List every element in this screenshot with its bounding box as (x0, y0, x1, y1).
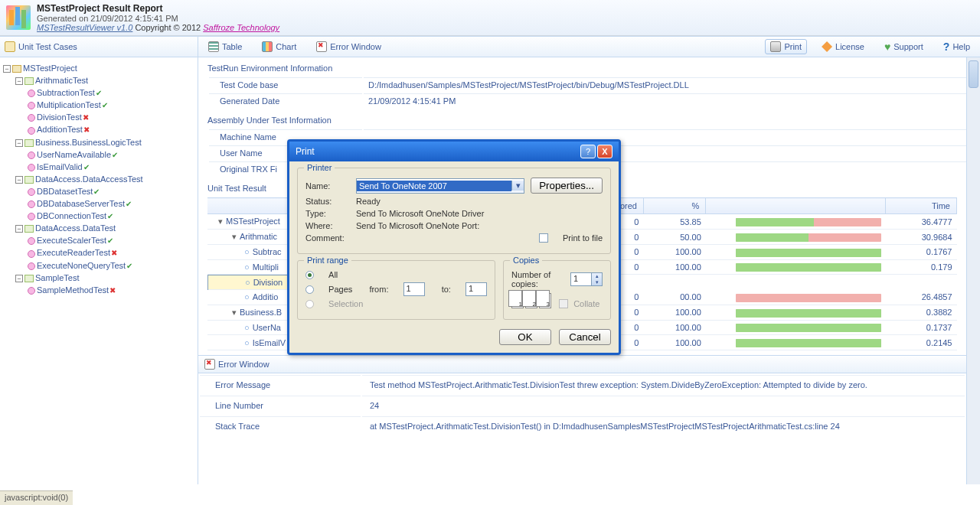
print-button[interactable]: Print (765, 39, 807, 54)
heart-icon: ♥ (884, 41, 890, 52)
app-header: MSTestProject Result Report Generated on… (0, 0, 980, 36)
printer-select[interactable]: Send To OneNote 2007 ▾ (356, 178, 524, 194)
assembly-heading: Assembly Under Test Information (207, 112, 971, 128)
err-msg: Test method MSTestProject.ArithmaticTest… (362, 375, 965, 394)
tree-method[interactable]: MultiplicationTest✔ (28, 99, 196, 111)
codebase-label: Test Code base (209, 77, 362, 92)
tree-root[interactable]: −MSTestProject (3, 62, 196, 74)
help-button[interactable]: ?Help (938, 38, 975, 55)
license-button[interactable]: License (816, 39, 870, 54)
company-link[interactable]: Saffroze Technology (203, 23, 279, 32)
vertical-scrollbar[interactable] (966, 57, 980, 484)
app-logo-icon (6, 5, 31, 30)
range-from-input[interactable]: 1 (403, 282, 425, 296)
print-icon (770, 41, 781, 52)
err-stack: at MSTestProject.ArithmaticTest.Division… (362, 416, 965, 435)
printer-where: Send To Microsoft OneNote Port: (356, 221, 479, 230)
product-link[interactable]: MSTestResultViewer v1.0 (37, 23, 132, 32)
print-range-fieldset: Print range All Pages from: 1 to: 1 Sele… (297, 260, 495, 320)
toolbar: Unit Test Cases Table Chart Error Window… (0, 36, 980, 57)
printer-selected: Send To OneNote 2007 (357, 181, 511, 191)
printer-type: Send To Microsoft OneNote Driver (356, 209, 484, 218)
range-all-radio[interactable] (305, 271, 314, 279)
dialog-title: Print (296, 146, 315, 157)
err-line-label: Line Number (200, 396, 361, 415)
tree-method[interactable]: IsEmailValid✔ (28, 161, 196, 173)
gendate-label: Generated Date (209, 93, 362, 108)
copies-fieldset: Copies Number of copies: 1▴▾ 1 2 3 Colla… (503, 260, 611, 320)
tree-class[interactable]: −ArithmaticTest (15, 74, 196, 86)
ok-button[interactable]: OK (499, 329, 551, 345)
printer-status: Ready (356, 197, 381, 206)
tree-class[interactable]: −Business.BusinessLogicTest (15, 136, 196, 148)
error-icon (316, 41, 327, 52)
tree-method[interactable]: UserNameAvailable✔ (28, 148, 196, 161)
properties-button[interactable]: Properties... (531, 178, 603, 194)
err-stack-label: Stack Trace (200, 416, 361, 435)
support-button[interactable]: ♥Support (879, 39, 929, 54)
error-icon (204, 359, 215, 370)
dialog-titlebar[interactable]: Print ? X (289, 142, 619, 161)
chart-icon (262, 41, 273, 52)
tree-method[interactable]: DBDatabaseServerTest✔ (28, 197, 196, 210)
tree-panel[interactable]: −MSTestProject−ArithmaticTestSubtraction… (0, 57, 198, 484)
tree-method[interactable]: ExecuteScalerTest✔ (28, 234, 196, 246)
tree-method[interactable]: SampleMethodTest✖ (28, 284, 196, 296)
chart-view-button[interactable]: Chart (256, 39, 302, 54)
tree-method[interactable]: AdditionTest✖ (28, 123, 196, 135)
tree-method[interactable]: DBConnectionTest✔ (28, 210, 196, 222)
range-pages-radio[interactable] (305, 285, 314, 294)
help-icon: ? (943, 41, 950, 53)
chevron-down-icon[interactable]: ▾ (511, 181, 524, 191)
scrollbar-thumb[interactable] (969, 60, 978, 88)
generated-date: 21/09/2012 4:15:41 PM (90, 14, 178, 23)
tree-class[interactable]: −DataAccess.DataAccessTest (15, 173, 196, 185)
status-bar: javascript:void(0) (0, 490, 73, 505)
table-icon (208, 41, 219, 52)
collate-icon: 3 (539, 293, 551, 308)
err-line: 24 (362, 396, 965, 415)
tree-method[interactable]: SubtractionTest✔ (28, 86, 196, 99)
tree-method[interactable]: ExecuteNoneQueryTest✔ (28, 259, 196, 272)
app-title: MSTestProject Result Report (37, 3, 162, 14)
error-panel: Error Window Error MessageTest method MS… (198, 355, 980, 437)
collate-checkbox (559, 299, 568, 308)
error-heading: Error Window (218, 360, 270, 369)
header-text: MSTestProject Result Report Generated on… (37, 3, 279, 32)
tree-method[interactable]: DivisionTest✖ (28, 111, 196, 123)
error-window-button[interactable]: Error Window (311, 39, 387, 54)
tree-class[interactable]: −SampleTest (15, 272, 196, 284)
col-pct[interactable]: % (643, 198, 705, 214)
tree-method[interactable]: DBDatasetTest✔ (28, 185, 196, 197)
print-to-file-checkbox[interactable] (539, 233, 548, 243)
table-view-button[interactable]: Table (203, 39, 247, 54)
copies-spinner[interactable]: 1▴▾ (570, 272, 603, 286)
dialog-help-button[interactable]: ? (580, 145, 596, 158)
tree-title: Unit Test Cases (18, 42, 77, 51)
tree-method[interactable]: ExecuteReaderTest✖ (28, 246, 196, 259)
print-dialog: Print ? X Printer Name: Send To OneNote … (287, 139, 621, 355)
tree-panel-header: Unit Test Cases (0, 37, 198, 57)
license-icon (822, 41, 832, 52)
chevron-up-icon[interactable]: ▴ (592, 273, 602, 279)
col-time[interactable]: Time (886, 198, 957, 214)
tree-icon (5, 41, 15, 52)
chevron-down-icon[interactable]: ▾ (592, 279, 602, 285)
gendate-value: 21/09/2012 4:15:41 PM (364, 93, 969, 108)
codebase-value: D:/Imdadhusen/Samples/MSTestProject/MSTe… (364, 77, 969, 92)
env-heading: TestRun Environment Information (207, 60, 971, 76)
tree-class[interactable]: −DataAccess.DataTest (15, 222, 196, 234)
cancel-button[interactable]: Cancel (559, 329, 611, 345)
range-to-input[interactable]: 1 (466, 282, 487, 296)
printer-fieldset: Printer Name: Send To OneNote 2007 ▾ Pro… (297, 168, 611, 254)
range-selection-radio (305, 300, 314, 308)
err-msg-label: Error Message (200, 375, 361, 394)
dialog-close-button[interactable]: X (597, 145, 612, 158)
